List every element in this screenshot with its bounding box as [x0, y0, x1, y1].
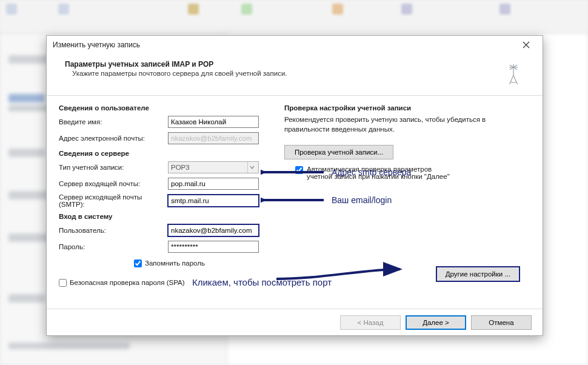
account-type-select: POP3 — [168, 161, 259, 173]
incoming-server-input[interactable] — [168, 178, 259, 190]
annotation-login: Ваш email/login — [332, 195, 392, 205]
label-email: Адрес электронной почты: — [59, 135, 168, 142]
remember-password-checkbox[interactable] — [134, 260, 142, 267]
label-incoming: Сервер входящей почты: — [59, 180, 168, 187]
section-server-info: Сведения о сервере — [59, 150, 277, 157]
dialog-button-bar: < Назад Далее > Отмена — [47, 309, 543, 335]
next-button[interactable]: Далее > — [406, 315, 466, 330]
username-input[interactable] — [168, 224, 259, 236]
name-input[interactable] — [168, 116, 259, 128]
label-auto-test: Автоматическая проверка параметров учетн… — [307, 166, 453, 180]
outgoing-server-input[interactable] — [168, 195, 259, 207]
auto-test-checkbox[interactable] — [295, 166, 303, 174]
label-spa: Безопасная проверка пароля (SPA) — [70, 279, 185, 286]
close-icon — [523, 41, 530, 49]
more-settings-button[interactable]: Другие настройки ... — [436, 267, 520, 281]
label-remember-password: Запомнить пароль — [145, 260, 205, 267]
section-test-settings: Проверка настройки учетной записи — [284, 104, 527, 112]
account-type-value: POP3 — [171, 162, 190, 173]
cancel-button[interactable]: Отмена — [471, 315, 532, 330]
test-account-button[interactable]: Проверка учетной записи... — [284, 145, 393, 159]
dialog-header: Параметры учетных записей IMAP и POP Ука… — [47, 54, 543, 96]
label-outgoing: Сервер исходящей почты (SMTP): — [59, 193, 168, 208]
password-input[interactable] — [168, 241, 259, 253]
test-settings-description: Рекомендуется проверить учетную запись, … — [284, 115, 527, 134]
spa-checkbox[interactable] — [59, 279, 67, 287]
header-title: Параметры учетных записей IMAP и POP — [65, 60, 503, 69]
header-subtitle: Укажите параметры почтового сервера для … — [65, 70, 503, 77]
dialog-titlebar: Изменить учетную запись — [47, 36, 543, 54]
close-button[interactable] — [513, 36, 539, 53]
email-input — [168, 132, 259, 144]
label-account-type: Тип учетной записи: — [59, 164, 168, 171]
chevron-down-icon — [250, 165, 255, 170]
back-button: < Назад — [340, 315, 401, 330]
label-username: Пользователь: — [59, 227, 168, 234]
dialog-title: Изменить учетную запись — [53, 36, 513, 54]
wizard-icon — [503, 60, 530, 88]
app-ribbon-blur — [0, 0, 588, 33]
label-password: Пароль: — [59, 243, 168, 250]
section-user-info: Сведения о пользователе — [59, 104, 277, 112]
dialog-body: Сведения о пользователе Введите имя: Адр… — [47, 96, 543, 313]
account-settings-dialog: Изменить учетную запись Параметры учетны… — [46, 35, 543, 336]
arrow-more-settings — [273, 261, 406, 285]
section-logon-info: Вход в систему — [59, 213, 277, 220]
label-enter-name: Введите имя: — [59, 118, 168, 126]
